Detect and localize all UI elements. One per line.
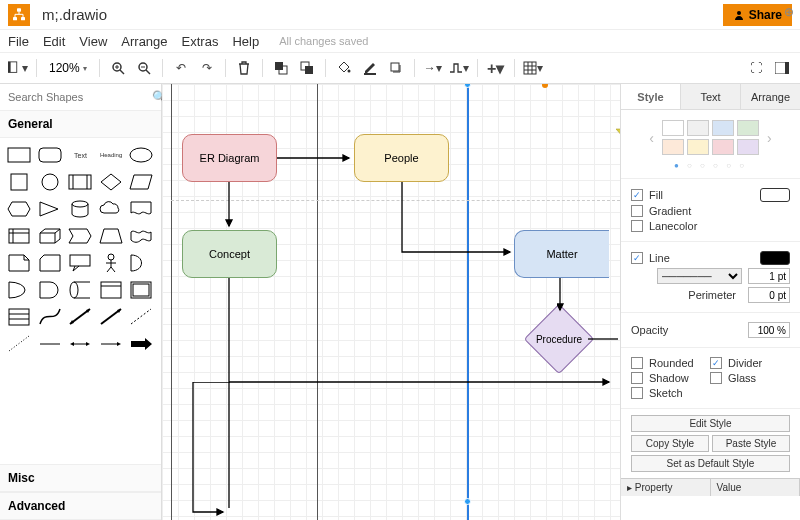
shape-frame[interactable] — [128, 279, 154, 301]
menu-help[interactable]: Help — [232, 34, 259, 49]
fullscreen-icon[interactable]: ⛶ — [746, 58, 766, 78]
search-input[interactable] — [8, 91, 146, 103]
property-table-header[interactable]: ▸ Property Value — [621, 478, 800, 496]
share-button[interactable]: Share — [723, 4, 792, 26]
shape-curve[interactable] — [37, 306, 63, 328]
tab-style[interactable]: Style — [621, 84, 681, 109]
shape-actor[interactable] — [98, 252, 124, 274]
menu-extras[interactable]: Extras — [182, 34, 219, 49]
rounded-checkbox[interactable] — [631, 357, 643, 369]
fill-checkbox[interactable] — [631, 189, 643, 201]
menu-file[interactable]: File — [8, 34, 29, 49]
shape-intstorage[interactable] — [6, 225, 32, 247]
shape-card[interactable] — [37, 252, 63, 274]
table-icon[interactable]: ▾ — [523, 58, 543, 78]
shape-triangle[interactable] — [37, 198, 63, 220]
redo-icon[interactable]: ↷ — [197, 58, 217, 78]
glass-checkbox[interactable] — [710, 372, 722, 384]
zoom-level[interactable]: 120% — [45, 59, 91, 77]
gradient-checkbox[interactable] — [631, 205, 643, 217]
shape-note[interactable] — [6, 252, 32, 274]
shape-line-arrow[interactable] — [98, 333, 124, 355]
edge[interactable] — [588, 336, 618, 344]
swatch-next-icon[interactable]: › — [763, 130, 776, 146]
divider-checkbox[interactable] — [710, 357, 722, 369]
shape-step[interactable] — [67, 225, 93, 247]
view-mode-icon[interactable]: ▾ — [8, 58, 28, 78]
swatch[interactable] — [662, 139, 684, 155]
line-color-icon[interactable] — [360, 58, 380, 78]
shape-text[interactable]: Text — [67, 144, 94, 166]
shape-square[interactable] — [6, 171, 32, 193]
shape-circle[interactable] — [37, 171, 63, 193]
shape-callout[interactable] — [67, 252, 93, 274]
shape-and[interactable] — [37, 279, 63, 301]
shape-cube[interactable] — [37, 225, 63, 247]
fill-color-chip[interactable] — [760, 188, 790, 202]
shape-dashed[interactable] — [128, 306, 154, 328]
shape-process[interactable] — [67, 171, 93, 193]
swatch-pager[interactable]: ● ○ ○ ○ ○ ○ — [621, 159, 800, 178]
shape-ellipse[interactable] — [128, 144, 154, 166]
perimeter-input[interactable] — [748, 287, 790, 303]
section-advanced[interactable]: Advanced — [0, 492, 161, 520]
edge[interactable] — [222, 182, 236, 234]
line-checkbox[interactable] — [631, 252, 643, 264]
shape-bidir-arrow[interactable] — [67, 306, 93, 328]
shape-list[interactable] — [6, 306, 32, 328]
set-default-style-button[interactable]: Set as Default Style — [631, 455, 790, 472]
shape-thick-arrow[interactable] — [128, 333, 154, 355]
shape-tape[interactable] — [128, 225, 154, 247]
shape-arrow[interactable] — [98, 306, 124, 328]
to-front-icon[interactable] — [271, 58, 291, 78]
shape-hexagon[interactable] — [6, 198, 32, 220]
section-general[interactable]: General — [0, 110, 161, 138]
swatch[interactable] — [712, 120, 734, 136]
shape-or[interactable] — [128, 252, 154, 274]
edge[interactable] — [399, 182, 519, 262]
document-title[interactable]: m;.drawio — [42, 6, 723, 23]
shadow-icon[interactable] — [386, 58, 406, 78]
opacity-input[interactable] — [748, 322, 790, 338]
node-er-diagram[interactable]: ER Diagram — [182, 134, 277, 182]
node-concept[interactable]: Concept — [182, 230, 277, 278]
shadow-checkbox[interactable] — [631, 372, 643, 384]
to-back-icon[interactable] — [297, 58, 317, 78]
waypoint-icon[interactable]: ▾ — [449, 58, 469, 78]
edit-style-button[interactable]: Edit Style — [631, 415, 790, 432]
edge[interactable] — [190, 382, 234, 520]
fill-color-icon[interactable] — [334, 58, 354, 78]
edge[interactable] — [222, 278, 620, 518]
connection-icon[interactable]: →▾ — [423, 58, 443, 78]
undo-icon[interactable]: ↶ — [171, 58, 191, 78]
shape-rect[interactable] — [6, 144, 32, 166]
shape-heading[interactable]: Heading — [98, 144, 125, 166]
tab-arrange[interactable]: Arrange — [741, 84, 800, 109]
sketch-checkbox[interactable] — [631, 387, 643, 399]
shape-diamond[interactable] — [98, 171, 124, 193]
swatch[interactable] — [687, 139, 709, 155]
shape-document[interactable] — [128, 198, 154, 220]
menu-view[interactable]: View — [79, 34, 107, 49]
tab-text[interactable]: Text — [681, 84, 741, 109]
shape-parallelogram[interactable] — [128, 171, 154, 193]
shape-line[interactable] — [37, 333, 63, 355]
shape-datastore[interactable] — [67, 279, 93, 301]
swatch-prev-icon[interactable]: ‹ — [645, 130, 658, 146]
swatch[interactable] — [737, 120, 759, 136]
shape-container[interactable] — [98, 279, 124, 301]
paste-style-button[interactable]: Paste Style — [712, 435, 790, 452]
zoom-in-icon[interactable] — [108, 58, 128, 78]
format-panel-icon[interactable] — [772, 58, 792, 78]
copy-style-button[interactable]: Copy Style — [631, 435, 709, 452]
add-icon[interactable]: +▾ — [486, 58, 506, 78]
globe-icon[interactable]: ⊕ — [784, 5, 794, 19]
line-style-select[interactable]: ─────── — [657, 268, 742, 284]
lanecolor-checkbox[interactable] — [631, 220, 643, 232]
shape-rounded[interactable] — [37, 144, 63, 166]
shape-trapezoid[interactable] — [98, 225, 124, 247]
shape-halfcircle[interactable] — [6, 279, 32, 301]
shape-cylinder[interactable] — [67, 198, 93, 220]
edge[interactable] — [277, 154, 357, 164]
swatch[interactable] — [687, 120, 709, 136]
